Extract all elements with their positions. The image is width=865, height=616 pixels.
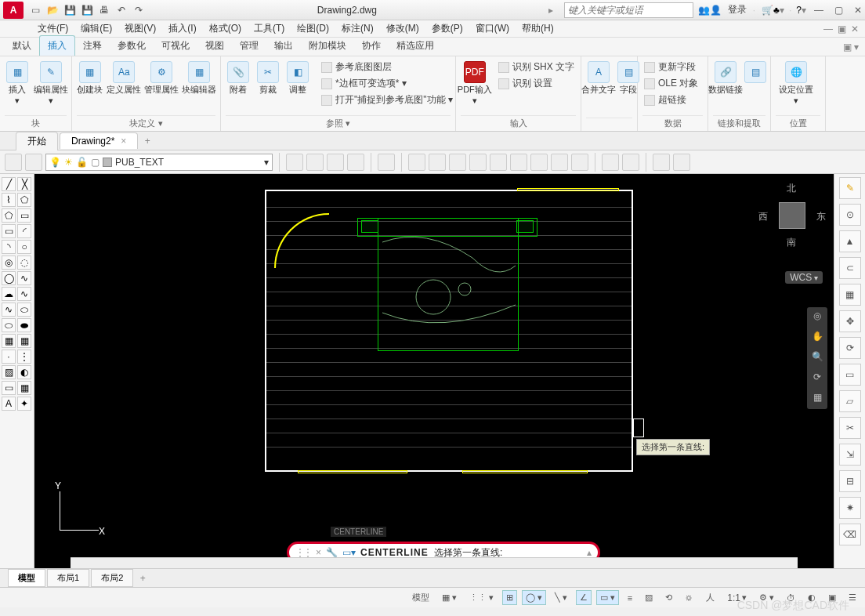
tool-icon[interactable]	[347, 154, 364, 171]
menu-view[interactable]: 视图(V)	[125, 22, 156, 35]
create-block-button[interactable]: ▦创建块	[77, 60, 103, 96]
tab-start[interactable]: 开始	[16, 132, 58, 150]
help-icon[interactable]: ?	[796, 5, 802, 16]
signin-icon[interactable]: 👤	[710, 5, 722, 16]
layer-filter-icon[interactable]	[25, 154, 42, 171]
menu-window[interactable]: 窗口(W)	[476, 22, 509, 35]
close-button[interactable]: ✕	[854, 5, 862, 16]
tab-visualize[interactable]: 可视化	[154, 36, 197, 56]
menu-modify[interactable]: 修改(M)	[386, 22, 419, 35]
underlay-layers-button[interactable]: 参考底图图层	[320, 60, 454, 74]
save-icon[interactable]: 💾	[63, 3, 77, 17]
close-tab-icon[interactable]: ×	[121, 136, 126, 147]
ellipse-tool[interactable]: ⬭	[17, 303, 31, 317]
tab-output[interactable]: 输出	[266, 36, 301, 56]
extract-icon-button[interactable]: ▤	[743, 60, 768, 85]
menu-tools[interactable]: 工具(T)	[254, 22, 284, 35]
snap-underlay-button[interactable]: 打开"捕捉到参考底图"功能 ▾	[320, 92, 454, 107]
stretch-tool[interactable]: ▱	[839, 390, 861, 412]
viewcube-face[interactable]	[779, 202, 805, 229]
tool-icon[interactable]	[286, 154, 303, 171]
menu-insert[interactable]: 插入(I)	[168, 22, 196, 35]
menu-file[interactable]: 文件(F)	[38, 22, 68, 35]
text-tool[interactable]: A	[2, 397, 16, 411]
tab-view[interactable]: 视图	[197, 36, 232, 56]
region-tool[interactable]: ▭	[2, 381, 16, 395]
cloud-tool[interactable]: ☁	[2, 287, 16, 301]
tool-icon[interactable]	[408, 154, 425, 171]
tool-icon[interactable]	[449, 154, 466, 171]
open-icon[interactable]: 📂	[45, 3, 60, 17]
otrack-toggle[interactable]: ▭ ▾	[596, 590, 619, 605]
pan-icon[interactable]: ✋	[810, 331, 824, 345]
fillet-tool[interactable]: ⊂	[839, 257, 861, 279]
connect-icon[interactable]: 👥	[698, 5, 710, 16]
zoom-icon[interactable]: 🔍	[810, 351, 824, 365]
block-editor-button[interactable]: ▦块编辑器	[183, 60, 215, 96]
polar-toggle[interactable]: ◯ ▾	[522, 590, 546, 605]
app-icon[interactable]: ♣	[773, 5, 780, 16]
point2-tool[interactable]: ⋮	[17, 350, 31, 364]
dropdown-icon[interactable]: ▾	[780, 5, 784, 16]
doc-restore-button[interactable]: ▣	[838, 24, 846, 34]
layout-model[interactable]: 模型	[8, 569, 45, 587]
menu-draw[interactable]: 绘图(D)	[297, 22, 329, 35]
attach-button[interactable]: 📎附着	[226, 60, 251, 96]
hatch-tool[interactable]: ▨	[2, 365, 16, 379]
orbit-icon[interactable]: ⟳	[810, 371, 824, 386]
tool-icon[interactable]	[673, 154, 690, 171]
showmotion-icon[interactable]: ▦	[810, 392, 824, 406]
undo-icon[interactable]: ↶	[114, 3, 128, 17]
data-link-button[interactable]: 🔗数据链接	[713, 60, 738, 96]
annoscale-button[interactable]: ⛭	[681, 591, 697, 605]
arc-tool[interactable]: ◜	[17, 224, 31, 238]
ellipse2-tool[interactable]: ⬭	[2, 318, 16, 332]
move-tool[interactable]: ✥	[839, 310, 861, 332]
tab-addins[interactable]: 附加模块	[301, 36, 354, 56]
tool-icon[interactable]	[429, 154, 446, 171]
spline2-tool[interactable]: ∿	[17, 287, 31, 301]
break-tool[interactable]: ⊟	[839, 470, 861, 492]
tab-parametric[interactable]: 参数化	[110, 36, 154, 56]
spline-tool[interactable]: ∿	[17, 271, 31, 285]
tool-icon[interactable]	[469, 154, 487, 171]
saveas-icon[interactable]: 💾	[80, 3, 94, 17]
ole-object-button[interactable]: OLE 对象	[642, 76, 700, 91]
minimize-button[interactable]: —	[814, 5, 823, 16]
polygon2-tool[interactable]: ⬠	[2, 208, 16, 223]
extend-tool[interactable]: ⇲	[839, 444, 861, 466]
horizontal-scrollbar[interactable]	[71, 557, 798, 568]
snap-toggle[interactable]: ⋮⋮ ▾	[465, 590, 498, 605]
tool-icon[interactable]	[490, 154, 507, 171]
polygon-tool[interactable]: ⬠	[17, 193, 31, 207]
lineweight-toggle[interactable]: ≡	[624, 591, 636, 605]
tool-icon[interactable]	[530, 154, 548, 171]
close-icon[interactable]: ×	[316, 547, 321, 558]
erase-tool[interactable]: ⌫	[839, 524, 861, 545]
tool-icon[interactable]	[510, 154, 527, 171]
menu-help[interactable]: 帮助(H)	[522, 22, 554, 35]
merge-text-button[interactable]: A合并文字	[586, 60, 611, 96]
line-tool[interactable]: ╱	[2, 177, 16, 191]
insert-block-button[interactable]: ▦插入▾	[5, 60, 30, 107]
wrench-icon[interactable]: 🔧	[326, 547, 338, 558]
osnap-toggle[interactable]: ∠	[576, 590, 592, 605]
circle3-tool[interactable]: ◌	[17, 255, 31, 270]
doc-close-button[interactable]: ✕	[851, 24, 859, 34]
tool-icon[interactable]	[327, 154, 344, 171]
annovis-button[interactable]: 人	[702, 589, 718, 606]
menu-dim[interactable]: 标注(N)	[342, 22, 374, 35]
drawing-canvas[interactable]: document.write(Array.from({length:18},(_…	[34, 174, 834, 568]
tool-icon[interactable]	[571, 154, 588, 171]
explode-tool[interactable]: ✷	[839, 497, 861, 519]
xline-tool[interactable]: ╳	[17, 177, 31, 191]
menu-format[interactable]: 格式(O)	[209, 22, 241, 35]
app-logo[interactable]: A	[3, 2, 24, 19]
tool-icon[interactable]	[306, 154, 324, 171]
edit-attr-button[interactable]: ✎编辑属性▾	[34, 60, 67, 107]
new-icon[interactable]: ▭	[28, 3, 42, 17]
login-label[interactable]: 登录	[728, 3, 747, 16]
grid-toggle[interactable]: ▦ ▾	[438, 590, 461, 605]
point-tool[interactable]: ·	[2, 350, 16, 364]
tab-collab[interactable]: 协作	[354, 36, 389, 56]
